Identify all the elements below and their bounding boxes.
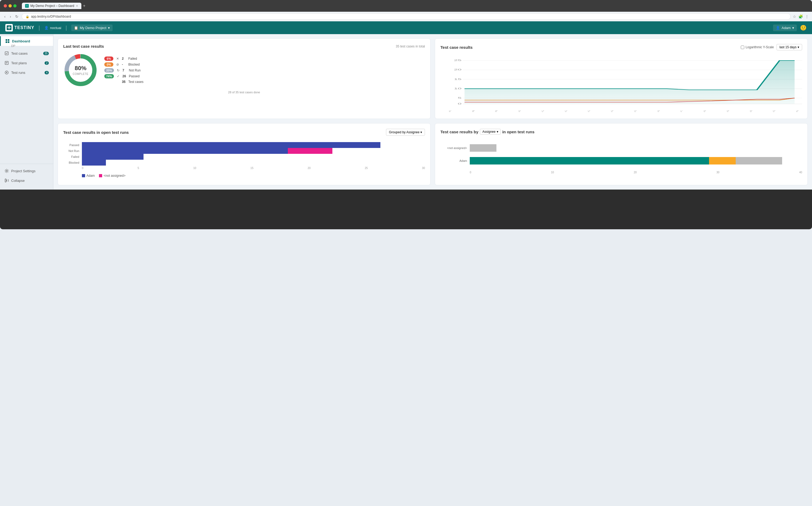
logo-icon: [5, 24, 13, 31]
assignee-chevron-icon: ▾: [497, 130, 498, 134]
legend-not-assigned: <not assigned>: [99, 174, 125, 178]
sidebar-item-collapse[interactable]: Collapse: [0, 176, 53, 185]
chart-controls: Logarithmic Y-Scale last 15 days ▾: [741, 44, 802, 51]
svg-text:0: 0: [458, 102, 461, 105]
close-button[interactable]: [4, 4, 7, 7]
lock-icon: 🔒: [25, 15, 29, 18]
open-runs-card: Test case results in open test runs Grou…: [58, 123, 431, 185]
bar-track-blocked: [82, 160, 425, 166]
assignee-row-not-assigned: <not assigned>: [440, 144, 802, 152]
passed-badge: 74%: [104, 74, 114, 78]
assignee-dropdown[interactable]: Assignee ▾: [480, 129, 501, 135]
donut-section: 80% COMPLETE 6% ✕ 2 Failed: [63, 53, 425, 87]
extensions-icon[interactable]: 🧩: [798, 14, 803, 19]
address-text: app.testiny.io/DP/dashboard: [31, 15, 71, 18]
logo: TESTINY: [5, 24, 34, 31]
project-name: My Demo Project: [80, 26, 106, 30]
grouped-chevron-icon: ▾: [421, 131, 422, 134]
bar-blocked-adam: [82, 160, 106, 166]
log-scale-checkbox[interactable]: [741, 46, 744, 49]
legend-item-not-run: 20% ↻ 7 Not Run: [104, 68, 144, 73]
failed-label: Failed: [128, 57, 137, 61]
sidebar-dashboard-sub: DP: [0, 44, 53, 49]
not-run-badge: 20%: [104, 68, 114, 73]
assignee-title-suffix: in open test runs: [502, 130, 534, 134]
open-runs-title: Test case results in open test runs: [63, 130, 129, 135]
legend-item-passed: 74% ✓ 26 Passed: [104, 74, 144, 78]
sidebar-test-cases-label: Test cases: [11, 52, 27, 56]
new-tab-button[interactable]: +: [83, 3, 85, 8]
passed-count: 26: [123, 74, 127, 78]
donut-chart: 80% COMPLETE: [63, 53, 98, 87]
bar-track-failed: [82, 154, 425, 160]
project-button[interactable]: 📋 My Demo Project ▾: [71, 24, 113, 31]
time-range-dropdown[interactable]: last 15 days ▾: [777, 44, 802, 51]
x-axis-labels: 07/07 08/07 09/07 10/07 11/07 12/07 13/0…: [448, 110, 802, 113]
x-tick: 20: [308, 167, 310, 170]
tab-favicon: T: [25, 4, 29, 8]
line-chart-svg: 25 20 15 10 5 0: [440, 55, 802, 113]
svg-text:10: 10: [454, 87, 461, 90]
forward-button[interactable]: ›: [9, 14, 12, 19]
passed-label: Passed: [129, 74, 140, 78]
bar-chart-legend: Adam <not assigned>: [63, 174, 425, 178]
sidebar-item-test-cases[interactable]: Test cases 35: [0, 49, 53, 58]
header-divider2: |: [66, 25, 67, 31]
legend-item-failed: 6% ✕ 2 Failed: [104, 57, 144, 61]
tab-close-button[interactable]: ✕: [76, 4, 78, 8]
x-tick: 10: [194, 167, 196, 170]
assignee-card: Test case results by Assignee ▾ in open …: [435, 123, 808, 185]
not-run-label: Not Run: [129, 69, 141, 72]
adam-legend-dot: [82, 174, 85, 177]
back-button[interactable]: ‹: [3, 14, 7, 19]
grouped-by-dropdown[interactable]: Grouped by Assignee ▾: [386, 129, 425, 136]
sidebar-item-test-plans[interactable]: Test plans 2: [0, 58, 53, 68]
x-label: current: [796, 110, 802, 112]
x-label: 08/07: [471, 110, 477, 112]
emoji-button[interactable]: 🙂: [800, 24, 807, 31]
minimize-button[interactable]: [8, 4, 12, 7]
x-tick: 0: [82, 167, 83, 170]
adam-bar-track: [470, 157, 802, 165]
x-tick: 40: [799, 171, 802, 174]
collapse-icon: [4, 178, 9, 183]
refresh-button[interactable]: ↻: [14, 14, 19, 19]
open-runs-header: Test case results in open test runs Grou…: [63, 129, 425, 136]
menu-icon[interactable]: ⋮: [805, 14, 809, 19]
app-header: TESTINY | 👤 noctuai | 📋 My Demo Project …: [0, 21, 812, 34]
browser-window: T My Demo Project – Dashboard ✕ + ‹ › ↻ …: [0, 0, 812, 229]
sidebar-item-project-settings[interactable]: Project Settings: [0, 166, 53, 176]
svg-rect-3: [6, 41, 7, 43]
x-label: 14/07: [610, 110, 616, 112]
browser-navbar: ‹ › ↻ 🔒 app.testiny.io/DP/dashboard ☆ 🧩 …: [0, 12, 812, 21]
sidebar-bottom: Project Settings Collapse: [0, 164, 53, 187]
time-range-chevron-icon: ▾: [798, 45, 799, 49]
svg-text:20: 20: [454, 68, 461, 71]
bar-track-passed: [82, 142, 425, 148]
donut-done-text: 28 of 35 test cases done: [63, 91, 425, 94]
bookmark-icon[interactable]: ☆: [793, 14, 796, 19]
workspace-button[interactable]: 👤 noctuai: [44, 26, 61, 30]
bar-not-run-adam: [82, 148, 288, 154]
sidebar-item-test-runs[interactable]: Test runs 4: [0, 68, 53, 77]
passed-icon: ✓: [116, 74, 120, 78]
app-container: TESTINY | 👤 noctuai | 📋 My Demo Project …: [0, 21, 812, 189]
bar-row-blocked: Blocked: [63, 160, 425, 166]
bar-label-blocked: Blocked: [63, 161, 79, 164]
not-assigned-bar-label: <not assigned>: [440, 146, 467, 150]
active-tab[interactable]: T My Demo Project – Dashboard ✕: [22, 3, 81, 9]
sidebar-test-runs-label: Test runs: [11, 71, 25, 75]
total-badge: [104, 81, 114, 82]
results-chart-header: Test case results Logarithmic Y-Scale la…: [440, 44, 802, 51]
user-button[interactable]: 👤 Adam ▾: [773, 24, 797, 31]
x-label: 16/07: [657, 110, 662, 112]
bar-label-passed: Passed: [63, 144, 79, 147]
x-tick: 10: [551, 171, 554, 174]
project-chevron-icon: ▾: [108, 26, 110, 30]
bar-row-passed: Passed: [63, 142, 425, 148]
x-label: 13/07: [587, 110, 593, 112]
x-label: 17/07: [680, 110, 685, 112]
test-cases-icon: [4, 51, 9, 56]
maximize-button[interactable]: [13, 4, 16, 7]
address-bar[interactable]: 🔒 app.testiny.io/DP/dashboard: [22, 13, 791, 20]
